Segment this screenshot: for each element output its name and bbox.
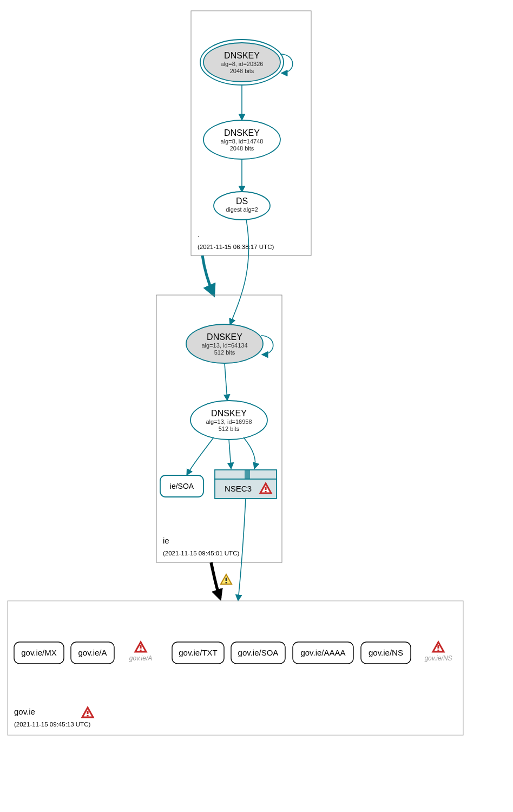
warning-icon xyxy=(221,574,232,584)
root-ksk-l1: alg=8, id=20326 xyxy=(221,61,264,67)
ie-zsk-l2: 512 bits xyxy=(219,425,240,432)
ie-nsec3-group: NSEC3 xyxy=(215,470,277,499)
zone-ts-ie: (2021-11-15 09:45:01 UTC) xyxy=(163,550,239,556)
svg-rect-6 xyxy=(245,470,250,479)
root-zsk-l2: 2048 bits xyxy=(230,145,254,152)
gov-ns-label: gov.ie/NS xyxy=(369,648,403,657)
gov-a-gray-label: gov.ie/A xyxy=(129,654,152,662)
root-zsk-l1: alg=8, id=14748 xyxy=(221,138,264,145)
arrow-iezsk-nsec2 xyxy=(244,437,255,469)
gov-ns-gray-label: gov.ie/NS xyxy=(424,654,452,662)
zone-label-root: . xyxy=(198,230,200,239)
root-ksk-l2: 2048 bits xyxy=(230,68,254,74)
gov-txt-label: gov.ie/TXT xyxy=(179,648,217,657)
gov-soa-label: gov.ie/SOA xyxy=(238,648,279,657)
ie-ksk-l2: 512 bits xyxy=(214,349,235,356)
dnssec-graph: . (2021-11-15 06:38:17 UTC) DNSKEY alg=8… xyxy=(0,0,513,812)
arrow-ieksk-iezsk xyxy=(225,363,227,401)
root-zsk-title: DNSKEY xyxy=(224,128,260,137)
ie-zsk-l1: alg=13, id=16958 xyxy=(206,418,252,425)
ie-nsec3-label: NSEC3 xyxy=(225,484,252,493)
arrow-iezsk-soa xyxy=(187,437,214,475)
zone-ts-gov: (2021-11-15 09:45:13 UTC) xyxy=(14,721,90,728)
gov-a-label: gov.ie/A xyxy=(78,648,107,657)
zone-box-gov xyxy=(8,601,463,735)
error-icon xyxy=(135,642,146,652)
zone-label-ie: ie xyxy=(163,536,169,545)
root-ds-l1: digest alg=2 xyxy=(226,206,258,213)
ie-soa-label: ie/SOA xyxy=(170,482,194,490)
gov-aaaa-label: gov.ie/AAAA xyxy=(300,648,345,657)
zone-ts-root: (2021-11-15 06:38:17 UTC) xyxy=(198,244,274,250)
gov-mx-label: gov.ie/MX xyxy=(21,648,57,657)
arrow-ie-to-gov-delegation xyxy=(211,562,220,599)
error-icon xyxy=(433,642,444,652)
arrow-iezsk-nsec1 xyxy=(229,440,231,469)
root-ksk-title: DNSKEY xyxy=(224,51,260,60)
arrow-ds-ieksk xyxy=(230,219,249,325)
zone-label-gov: gov.ie xyxy=(14,707,35,716)
ie-ksk-l1: alg=13, id=64134 xyxy=(201,342,247,349)
arrow-root-to-ie-delegation xyxy=(202,256,214,295)
ie-ksk-title: DNSKEY xyxy=(207,332,242,342)
ie-zsk-title: DNSKEY xyxy=(211,409,247,418)
error-icon xyxy=(82,708,93,717)
root-ds-title: DS xyxy=(236,197,248,206)
root-ds-node xyxy=(214,192,270,220)
